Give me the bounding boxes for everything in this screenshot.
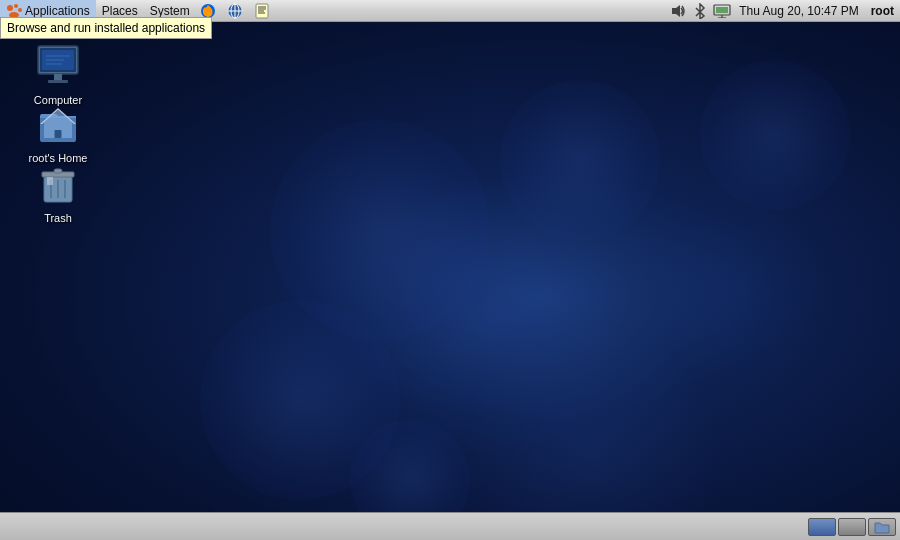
- home-svg: [34, 100, 82, 148]
- svg-rect-16: [716, 7, 728, 13]
- taskbar-right: Thu Aug 20, 10:47 PM root: [669, 3, 900, 19]
- applications-tooltip: Browse and run installed applications: [0, 17, 212, 39]
- svg-rect-23: [48, 80, 68, 83]
- places-label: Places: [102, 4, 138, 18]
- trash-label: Trash: [41, 210, 75, 226]
- pager-workspace-1[interactable]: [808, 518, 836, 536]
- svg-point-0: [7, 5, 13, 11]
- network-launcher[interactable]: [223, 0, 250, 22]
- trash-svg: [34, 160, 82, 208]
- svg-point-2: [18, 8, 22, 12]
- filemanager-icon: [874, 520, 890, 534]
- pager-workspace-2[interactable]: [838, 518, 866, 536]
- bluetooth-icon[interactable]: [691, 3, 709, 19]
- network-status-icon[interactable]: [713, 3, 731, 19]
- network-icon: [227, 3, 243, 19]
- taskbar-user: root: [867, 4, 894, 18]
- texteditor-launcher[interactable]: [250, 0, 277, 22]
- applications-label: Applications: [25, 4, 90, 18]
- svg-rect-35: [47, 177, 53, 185]
- system-label: System: [150, 4, 190, 18]
- svg-rect-34: [54, 169, 62, 173]
- svg-rect-28: [55, 130, 61, 138]
- texteditor-icon: [254, 3, 270, 19]
- taskbar-clock: Thu Aug 20, 10:47 PM: [735, 4, 862, 18]
- filemanager-tray[interactable]: [868, 518, 896, 536]
- pager: [808, 518, 896, 536]
- bottom-bar: [0, 512, 900, 540]
- computer-svg: [34, 42, 82, 90]
- trash-icon[interactable]: Trash: [18, 156, 98, 230]
- svg-rect-22: [54, 74, 62, 80]
- svg-point-1: [14, 4, 18, 8]
- volume-icon[interactable]: [669, 3, 687, 19]
- desktop: Applications Places System: [0, 0, 900, 540]
- svg-marker-14: [672, 5, 680, 17]
